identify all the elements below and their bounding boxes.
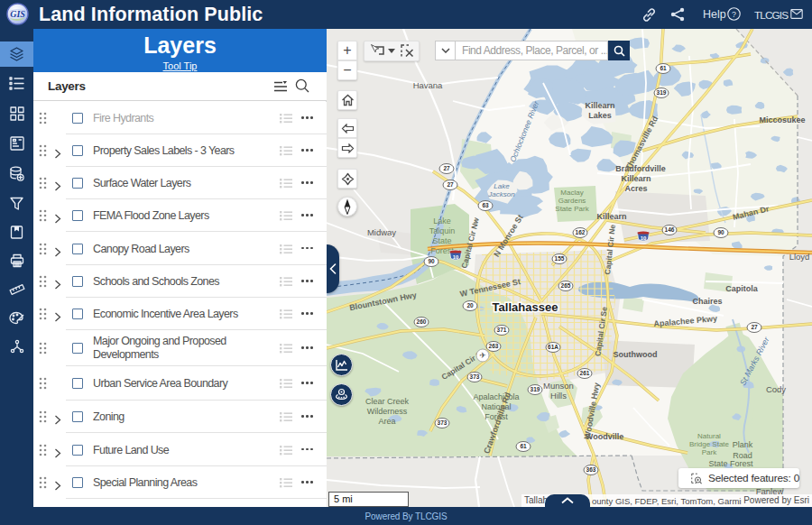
svg-text:27: 27	[751, 324, 758, 330]
svg-text:Havana: Havana	[413, 80, 443, 90]
svg-text:State: State	[432, 236, 451, 245]
svg-text:265: 265	[561, 282, 571, 289]
svg-text:Lakes: Lakes	[588, 111, 612, 120]
svg-text:363: 363	[586, 466, 596, 473]
svg-text:61: 61	[660, 65, 667, 71]
svg-text:Talquin: Talquin	[429, 226, 456, 235]
svg-text:20: 20	[466, 302, 474, 309]
svg-text:319: 319	[531, 386, 540, 392]
svg-text:373: 373	[470, 373, 480, 380]
svg-text:Maclay: Maclay	[560, 189, 583, 197]
svg-text:Killearn: Killearn	[585, 101, 614, 110]
svg-text:✈: ✈	[479, 351, 486, 360]
svg-text:Capitola: Capitola	[725, 284, 758, 293]
svg-text:162: 162	[576, 229, 586, 235]
svg-text:Acres: Acres	[624, 184, 647, 193]
svg-text:155: 155	[555, 255, 565, 262]
svg-text:Midway: Midway	[367, 227, 396, 237]
svg-text:Area: Area	[378, 417, 395, 426]
svg-text:Chaires: Chaires	[692, 297, 722, 306]
svg-text:Park: Park	[702, 448, 717, 456]
svg-text:Plank: Plank	[733, 440, 753, 449]
svg-text:90: 90	[428, 258, 435, 264]
svg-text:Bradfordville: Bradfordville	[615, 164, 666, 173]
svg-text:Tallahassee: Tallahassee	[493, 300, 558, 314]
svg-text:Southwood: Southwood	[614, 350, 658, 359]
svg-text:Cody: Cody	[766, 384, 786, 394]
svg-text:371: 371	[497, 327, 507, 333]
svg-text:Clear Creek: Clear Creek	[365, 397, 410, 406]
svg-text:Killearn: Killearn	[621, 174, 651, 183]
svg-text:27: 27	[447, 181, 454, 188]
svg-text:61A: 61A	[548, 344, 558, 350]
svg-text:Miccosukee: Miccosukee	[759, 115, 805, 124]
svg-text:Gardens: Gardens	[558, 197, 586, 205]
svg-text:GIS: GIS	[10, 9, 25, 19]
svg-text:Jackson: Jackson	[487, 190, 515, 198]
svg-text:263: 263	[489, 343, 499, 349]
svg-text:319: 319	[657, 89, 667, 96]
svg-text:Lake: Lake	[494, 182, 510, 190]
svg-text:Natural: Natural	[697, 432, 721, 440]
svg-text:373: 373	[438, 419, 448, 426]
svg-text:10: 10	[641, 235, 647, 241]
svg-text:?: ?	[732, 10, 736, 19]
svg-text:63: 63	[482, 202, 489, 208]
svg-text:146: 146	[665, 226, 675, 233]
svg-text:260: 260	[417, 318, 427, 325]
svg-text:61: 61	[520, 443, 527, 449]
svg-text:90: 90	[717, 229, 724, 235]
svg-text:Bridge State: Bridge State	[689, 440, 730, 448]
svg-text:10: 10	[453, 254, 459, 260]
svg-text:Killearn: Killearn	[596, 212, 626, 221]
svg-text:27: 27	[443, 165, 450, 171]
svg-text:State Forest: State Forest	[708, 459, 753, 468]
svg-text:State Park: State Park	[555, 205, 589, 213]
svg-text:Apalachicola: Apalachicola	[473, 392, 519, 401]
svg-text:Hills: Hills	[550, 391, 567, 401]
svg-text:261: 261	[580, 370, 590, 376]
svg-text:Lloyd: Lloyd	[789, 252, 810, 262]
svg-text:Munson: Munson	[543, 381, 574, 391]
svg-text:Wilderness: Wilderness	[367, 407, 408, 416]
svg-text:Lake: Lake	[433, 216, 451, 226]
